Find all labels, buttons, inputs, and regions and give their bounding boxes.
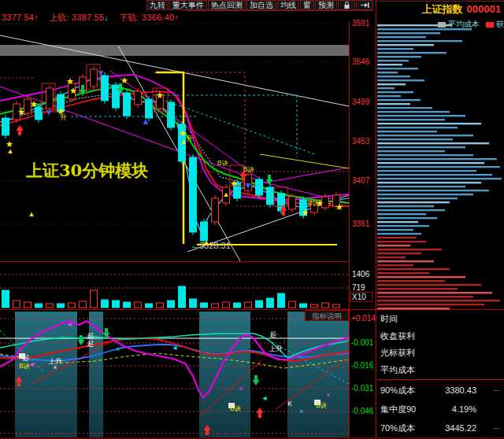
cost-profile-bar (377, 194, 473, 195)
cost-profile-bar (377, 127, 458, 128)
menu-item-5[interactable]: 窗 (300, 0, 314, 10)
signal-text: ◄ (261, 394, 268, 402)
lower-band-label: 下轨: 3366.40 (119, 13, 174, 22)
candlestick (146, 99, 153, 118)
volume-bar (223, 302, 230, 308)
cost-profile-bar (377, 245, 410, 246)
cost-profile-bar (377, 146, 465, 148)
volume-bar (245, 302, 252, 308)
signal-text: B诀 (316, 401, 328, 409)
signal-text: 起 (87, 340, 94, 348)
signal-text: 升 (60, 113, 67, 121)
menu-item-2[interactable]: 热点回测 (208, 0, 246, 10)
volume-bar (13, 301, 20, 308)
volume-bar (289, 301, 296, 308)
stat-row: 90%成本3380.43— (377, 385, 503, 397)
cost-profile-bar (377, 233, 421, 234)
menu-item-6[interactable]: 预测 (315, 0, 337, 10)
cost-profile-bar (377, 241, 426, 242)
volume-bar (113, 301, 120, 308)
stat-label: 平均成本 (380, 364, 437, 376)
candlestick (190, 157, 197, 232)
cost-profile-bar (377, 229, 413, 231)
candlestick (91, 69, 98, 87)
stat-row: 收盘获利 (377, 330, 503, 342)
axis-label: 3361 (352, 220, 370, 228)
cost-profile-bar (377, 308, 450, 309)
candlestick (289, 197, 296, 209)
candlestick (212, 198, 219, 222)
stat-row: 平均成本 (377, 364, 503, 376)
cost-profile-bar (377, 276, 465, 278)
cost-profile-bar (377, 197, 458, 199)
stat-label: 收盘获利 (380, 330, 437, 342)
blue-up-arrow-icon (143, 119, 149, 124)
candlestick (2, 118, 9, 135)
volume-bar (80, 301, 87, 308)
cost-profile-bar (377, 174, 492, 175)
triangle-signal-icon: ▲ (7, 147, 14, 155)
signal-text: B诀 (217, 159, 229, 167)
axis-label: 3591 (352, 19, 370, 28)
cost-profile-bar (377, 166, 500, 168)
collapse-arrow-icon[interactable] (356, 0, 373, 10)
axis-label: 3499 (352, 98, 370, 106)
axis-label: 3546 (352, 57, 370, 66)
menu-item-0[interactable]: 九转 (146, 0, 169, 10)
cost-profile-bar (377, 225, 429, 227)
volume-bar (322, 303, 329, 308)
signal-text: × (54, 363, 57, 371)
menu-item-3[interactable]: 加自选 (246, 0, 276, 10)
legend-swatch (486, 22, 494, 28)
axis-label: -0.031 (351, 384, 374, 393)
stats-top-rows: 时间收盘获利光标获利平均成本 (377, 311, 503, 378)
axis-label: -0.016 (351, 361, 374, 370)
cost-profile-bar (377, 256, 406, 258)
signal-text: × (239, 385, 243, 393)
index-code: 000001 (467, 3, 501, 15)
sell-arrow-icon (253, 375, 260, 386)
volume-bar (146, 304, 153, 308)
cost-profile-bar (377, 170, 476, 172)
cost-profile-bar (377, 83, 406, 85)
cost-profile-bar (377, 52, 447, 53)
cost-profile-bar (377, 32, 440, 34)
star-signal-icon: ★ (335, 202, 343, 212)
volume-bar (333, 304, 340, 308)
stat-label: 集中度90 (380, 404, 437, 415)
lower-up-arrow-icon: ↑ (174, 13, 179, 22)
cost-profile-bar (377, 221, 418, 223)
volume-bar (57, 304, 65, 308)
cost-profile-bar (377, 79, 424, 81)
cost-profile-bar (377, 87, 395, 89)
cost-profile-bar (377, 60, 409, 61)
indicator-bands (15, 312, 349, 437)
volume-bar (278, 293, 285, 308)
menu-item-4[interactable]: 均线 (277, 0, 299, 10)
cost-profile-bar (377, 217, 437, 219)
cost-profile-bar (377, 142, 489, 144)
cost-profile-bar (377, 36, 426, 38)
cost-profile-bar (377, 44, 434, 46)
star-signal-icon: ★ (230, 179, 238, 188)
stat-label: 光标获利 (380, 347, 437, 359)
stats-bottom-rows: 90%成本3380.43—集中度904.19%70%成本3445.22— (377, 379, 503, 437)
volume-bar (102, 300, 109, 308)
cost-profile-bar (377, 190, 489, 191)
buy-arrow-icon (257, 408, 264, 418)
star-signal-icon: ★ (301, 208, 309, 217)
triangle-signal-icon: ▲ (223, 190, 230, 198)
blue-down-arrow-icon (46, 110, 52, 116)
volume-bar (201, 303, 208, 308)
cost-profile-bar (377, 99, 421, 101)
cost-profile-bar (377, 237, 417, 238)
menu-items: 九转重大事件热点回测加自选均线窗预测 (146, 0, 337, 10)
menu-item-1[interactable]: 重大事件 (169, 0, 207, 10)
price-info-line: 3377.54↑ 上轨: 3387.55↓ 下轨: 3366.40↑ (2, 12, 179, 24)
axis-label: -0.046 (351, 407, 374, 415)
low-price-label: ←3328.31 (191, 241, 231, 250)
volume-bar (168, 301, 175, 308)
lock-icon[interactable] (338, 0, 355, 10)
last-price: 3377.54 (2, 13, 34, 22)
volume-bar (91, 290, 98, 308)
